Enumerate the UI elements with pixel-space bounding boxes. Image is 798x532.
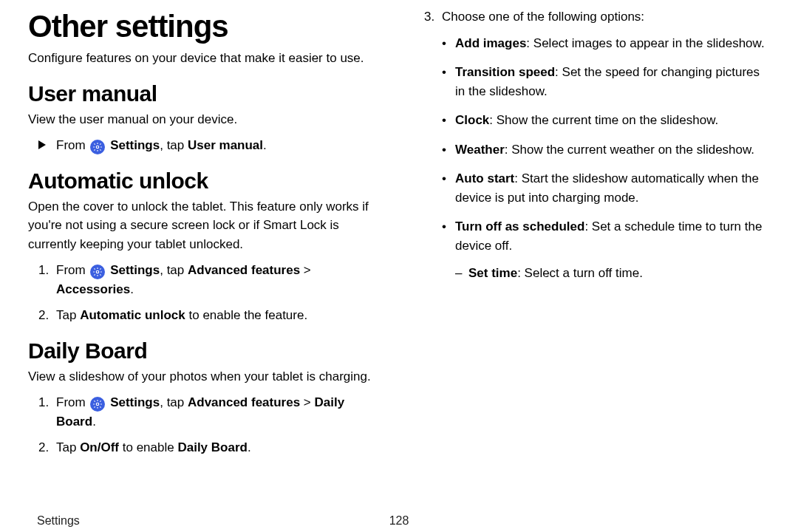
- text: From: [56, 138, 89, 152]
- option-title: Add images: [455, 36, 526, 50]
- text: Tap: [56, 440, 80, 454]
- step-number: 3.: [424, 7, 442, 27]
- auto-unlock-step-1: 1. From Settings, tap Advanced features …: [28, 261, 384, 299]
- target-label: Daily Board: [177, 440, 247, 454]
- list-item: Clock: Show the current time on the slid…: [442, 111, 770, 130]
- list-item: Add images: Select images to appear in t…: [442, 34, 770, 53]
- separator: >: [300, 395, 314, 409]
- text: Tap: [56, 308, 80, 322]
- text: .: [263, 138, 267, 152]
- settings-label: Settings: [110, 395, 160, 409]
- text: From: [56, 395, 89, 409]
- footer-section: Settings: [37, 514, 80, 528]
- settings-gear-icon: [90, 397, 105, 412]
- triangle-bullet-icon: [38, 136, 56, 155]
- option-desc: : Select a turn off time.: [517, 266, 643, 280]
- step-number: 2.: [38, 306, 56, 325]
- page-title: Other settings: [28, 10, 384, 43]
- list-item: Transition speed: Set the speed for chan…: [442, 63, 770, 100]
- option-title: Set time: [468, 266, 517, 280]
- list-item: Auto start: Start the slideshow automati…: [442, 169, 770, 207]
- text: .: [248, 440, 251, 454]
- daily-board-desc: View a slideshow of your photos when you…: [28, 367, 384, 386]
- page-number: 128: [389, 514, 409, 528]
- text: From: [56, 263, 89, 277]
- daily-board-step-2: 2. Tap On/Off to enable Daily Board.: [28, 438, 384, 457]
- heading-daily-board: Daily Board: [28, 338, 384, 363]
- page-footer: Settings 128: [0, 514, 798, 528]
- sub-option: Set time: Select a turn off time.: [455, 264, 770, 283]
- target-label: Advanced features: [188, 395, 300, 409]
- step-number: 2.: [38, 438, 56, 457]
- option-desc: : Show the current time on the slideshow…: [489, 113, 718, 127]
- target-label: Accessories: [56, 282, 130, 296]
- step-number: 1.: [38, 261, 56, 280]
- heading-automatic-unlock: Automatic unlock: [28, 168, 384, 193]
- text: to enable: [119, 440, 177, 454]
- text: , tap: [160, 263, 188, 277]
- settings-gear-icon: [90, 140, 105, 154]
- option-title: Auto start: [455, 171, 514, 185]
- daily-board-step-1: 1. From Settings, tap Advanced features …: [28, 393, 384, 431]
- settings-gear-icon: [90, 265, 105, 279]
- target-label: Automatic unlock: [80, 308, 185, 322]
- step-number: 1.: [38, 393, 56, 412]
- daily-board-options: Add images: Select images to appear in t…: [414, 34, 770, 283]
- svg-point-0: [97, 146, 100, 149]
- text: , tap: [160, 138, 188, 152]
- option-desc: : Select images to appear in the slidesh…: [526, 36, 764, 50]
- target-label: On/Off: [80, 440, 119, 454]
- target-label: Advanced features: [188, 263, 300, 277]
- option-title: Transition speed: [455, 65, 555, 79]
- list-item: Turn off as scheduled: Set a schedule ti…: [442, 217, 770, 283]
- list-item: Weather: Show the current weather on the…: [442, 140, 770, 160]
- settings-label: Settings: [110, 138, 160, 152]
- option-title: Turn off as scheduled: [455, 219, 584, 233]
- svg-point-1: [97, 270, 100, 273]
- text: to enable the feature.: [185, 308, 307, 322]
- target-label: User manual: [188, 138, 263, 152]
- text: Choose one of the following options:: [442, 7, 770, 27]
- daily-board-step-3: 3. Choose one of the following options:: [414, 7, 770, 27]
- user-manual-desc: View the user manual on your device.: [28, 110, 384, 129]
- option-desc: : Show the current weather on the slides…: [505, 143, 754, 157]
- user-manual-step: From Settings, tap User manual.: [28, 136, 384, 155]
- separator: >: [300, 263, 311, 277]
- text: .: [92, 415, 96, 429]
- manual-page: Other settings Configure features on you…: [0, 0, 798, 506]
- intro-text: Configure features on your device that m…: [28, 49, 384, 68]
- text: , tap: [160, 395, 188, 409]
- heading-user-manual: User manual: [28, 81, 384, 106]
- settings-label: Settings: [110, 263, 160, 277]
- svg-point-2: [97, 403, 100, 406]
- option-title: Clock: [455, 113, 489, 127]
- text: .: [130, 282, 134, 296]
- option-title: Weather: [455, 143, 505, 157]
- auto-unlock-step-2: 2. Tap Automatic unlock to enable the fe…: [28, 306, 384, 325]
- auto-unlock-desc: Open the cover to unlock the tablet. Thi…: [28, 197, 384, 254]
